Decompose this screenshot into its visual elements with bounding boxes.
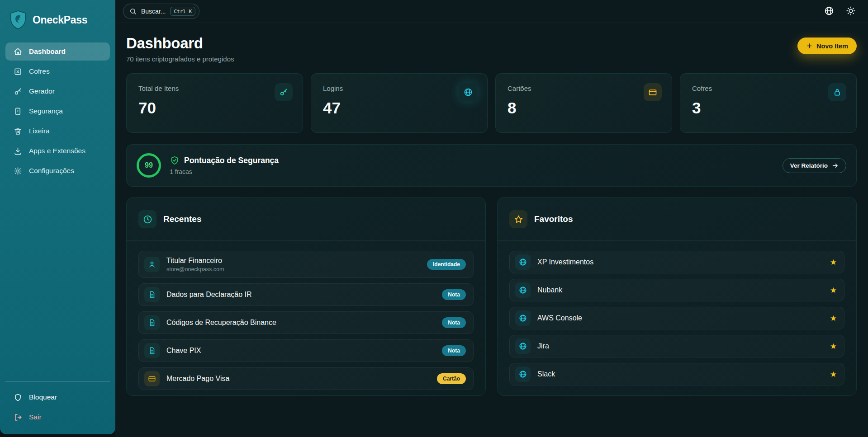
security-text: Pontuação de Segurança 1 fracas — [170, 155, 279, 175]
topbar: Buscar... Ctrl K — [115, 0, 868, 23]
recent-item-title: Chave PIX — [166, 347, 201, 355]
stat-icon-chip — [459, 83, 477, 101]
favorite-item[interactable]: Jira ★ — [509, 335, 844, 357]
row-icon-chip — [515, 282, 531, 298]
new-item-button[interactable]: Novo Item — [797, 38, 857, 54]
sidebar-item-configuracoes[interactable]: Configurações — [5, 162, 110, 180]
favorite-star-icon[interactable]: ★ — [830, 343, 837, 350]
globe-icon — [464, 88, 473, 97]
search-shortcut-badge: Ctrl K — [170, 7, 195, 16]
favorite-star-icon[interactable]: ★ — [830, 371, 837, 378]
item-type-badge: Identidade — [427, 259, 466, 270]
favorite-item[interactable]: Nubank ★ — [509, 279, 844, 301]
vault-icon — [14, 67, 22, 76]
favorite-star-icon[interactable]: ★ — [830, 315, 837, 322]
favorite-item[interactable]: AWS Console ★ — [509, 307, 844, 329]
sidebar-item-gerador[interactable]: Gerador — [5, 82, 110, 100]
favorite-item[interactable]: XP Investimentos ★ — [509, 251, 844, 273]
recents-list: Titular Financeiro store@oneckpass.com I… — [127, 241, 485, 400]
search-placeholder: Buscar... — [141, 8, 166, 15]
globe-icon — [519, 314, 527, 322]
row-icon-chip — [515, 310, 531, 326]
app-logo: OneckPass — [5, 10, 110, 30]
stat-value: 70 — [138, 99, 291, 117]
app-root: OneckPass Dashboard Cofres Gerador Segur… — [0, 0, 868, 437]
panels: Recentes Titular Financeiro store@oneckp… — [126, 197, 857, 396]
footer-item-label: Sair — [29, 413, 42, 421]
stat-card-cartoes: Cartões 8 — [495, 73, 672, 133]
sidebar-item-lixeira[interactable]: Lixeira — [5, 122, 110, 140]
globe-icon — [519, 342, 527, 350]
row-icon-chip — [515, 254, 531, 270]
sidebar-item-apps-extensoes[interactable]: Apps e Extensões — [5, 142, 110, 160]
favorites-panel: Favoritos XP Investimentos ★ — [497, 197, 857, 396]
panel-icon-chip — [138, 210, 157, 228]
credit-card-icon — [648, 88, 657, 97]
page-title: Dashboard — [126, 35, 234, 52]
globe-icon — [519, 258, 527, 266]
sidebar-item-label: Segurança — [29, 107, 63, 115]
recent-item[interactable]: Códigos de Recuperação Binance Nota — [138, 311, 474, 334]
security-score-value: 99 — [145, 161, 153, 169]
stat-icon-chip — [275, 83, 293, 101]
lock-icon — [833, 88, 842, 97]
recent-item[interactable]: Chave PIX Nota — [138, 339, 474, 362]
row-icon-chip — [144, 343, 160, 358]
globe-icon — [824, 6, 834, 16]
favorite-item[interactable]: Slack ★ — [509, 363, 844, 385]
language-button[interactable] — [824, 6, 835, 17]
row-icon-chip — [144, 287, 160, 302]
favorites-title: Favoritos — [534, 214, 573, 224]
item-type-badge: Nota — [442, 289, 466, 300]
recent-item-title: Códigos de Recuperação Binance — [166, 319, 276, 327]
recents-title: Recentes — [163, 214, 202, 224]
trash-icon — [14, 127, 22, 136]
item-type-badge: Cartão — [437, 373, 466, 384]
stat-value: 47 — [323, 99, 475, 117]
recents-header: Recentes — [127, 197, 485, 241]
recent-item[interactable]: Dados para Declaração IR Nota — [138, 283, 474, 306]
stat-card-total-itens: Total de Itens 70 — [126, 73, 303, 133]
lock-app-button[interactable]: Bloquear — [8, 387, 107, 407]
theme-toggle-button[interactable] — [845, 6, 856, 17]
credit-card-icon — [148, 375, 156, 383]
new-item-label: Novo Item — [816, 42, 848, 50]
security-title: Pontuação de Segurança — [184, 156, 279, 165]
key-icon — [279, 88, 288, 97]
favorite-item-label: XP Investimentos — [537, 258, 593, 266]
sidebar-item-label: Gerador — [29, 87, 55, 95]
document-alert-icon — [14, 107, 22, 116]
sidebar-item-seguranca[interactable]: Segurança — [5, 102, 110, 120]
file-text-icon — [148, 291, 156, 299]
file-text-icon — [148, 347, 156, 355]
user-icon — [148, 260, 156, 268]
globe-icon — [519, 370, 527, 378]
logout-button[interactable]: Sair — [8, 407, 107, 427]
favorite-star-icon[interactable]: ★ — [830, 258, 837, 266]
topbar-actions — [824, 6, 856, 17]
view-report-button[interactable]: Ver Relatório — [783, 158, 846, 173]
page-subtitle: 70 itens criptografados e protegidos — [126, 55, 234, 63]
item-type-badge: Nota — [442, 345, 466, 356]
key-icon — [14, 87, 22, 96]
view-report-label: Ver Relatório — [790, 162, 828, 169]
search-input[interactable]: Buscar... Ctrl K — [123, 4, 199, 19]
recent-item[interactable]: Mercado Pago Visa Cartão — [138, 367, 474, 390]
recent-item-title: Mercado Pago Visa — [166, 375, 229, 383]
download-icon — [14, 147, 22, 155]
sidebar-nav: Dashboard Cofres Gerador Segurança Lixei… — [5, 42, 110, 182]
sidebar-item-dashboard[interactable]: Dashboard — [5, 42, 110, 61]
shield-icon — [14, 393, 22, 402]
favorite-star-icon[interactable]: ★ — [830, 287, 837, 294]
app-logo-shield-icon — [9, 10, 27, 30]
sidebar-item-cofres[interactable]: Cofres — [5, 62, 110, 80]
file-text-icon — [148, 319, 156, 327]
stat-icon-chip — [644, 83, 662, 101]
stat-card-cofres: Cofres 3 — [680, 73, 857, 133]
security-score-ring: 99 — [137, 153, 161, 178]
recent-item[interactable]: Titular Financeiro store@oneckpass.com I… — [138, 251, 474, 278]
stats-grid: Total de Itens 70 Logins 47 Cartões — [126, 73, 857, 133]
home-icon — [14, 47, 22, 56]
sidebar-footer: Bloquear Sair — [5, 381, 110, 434]
sidebar: OneckPass Dashboard Cofres Gerador Segur… — [0, 0, 115, 434]
